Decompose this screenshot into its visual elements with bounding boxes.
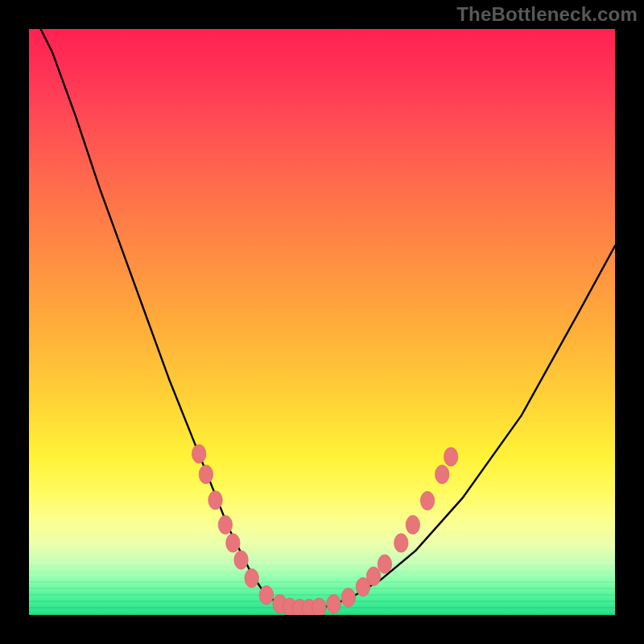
curve-marker: [327, 595, 341, 613]
curve-markers: [192, 444, 458, 615]
curve-marker: [259, 586, 273, 605]
watermark-text: TheBottleneck.com: [456, 3, 638, 26]
curve-marker: [378, 555, 391, 573]
curve-marker: [366, 567, 380, 585]
curve-marker: [406, 515, 419, 534]
curve-marker: [341, 588, 355, 607]
curve-marker: [199, 465, 213, 484]
chart-svg: [29, 29, 615, 615]
curve-marker: [436, 465, 449, 484]
curve-marker: [420, 491, 434, 510]
plot-area: [29, 29, 615, 615]
curve-marker: [192, 444, 205, 463]
bottleneck-curve: [29, 29, 615, 609]
curve-marker: [226, 534, 240, 552]
curve-marker: [312, 598, 326, 615]
chart-frame: TheBottleneck.com: [0, 0, 644, 644]
curve-marker: [208, 491, 222, 510]
curve-marker: [444, 448, 457, 466]
curve-marker: [394, 534, 408, 552]
curve-marker: [234, 551, 248, 569]
curve-marker: [245, 568, 258, 587]
curve-marker: [218, 515, 232, 534]
